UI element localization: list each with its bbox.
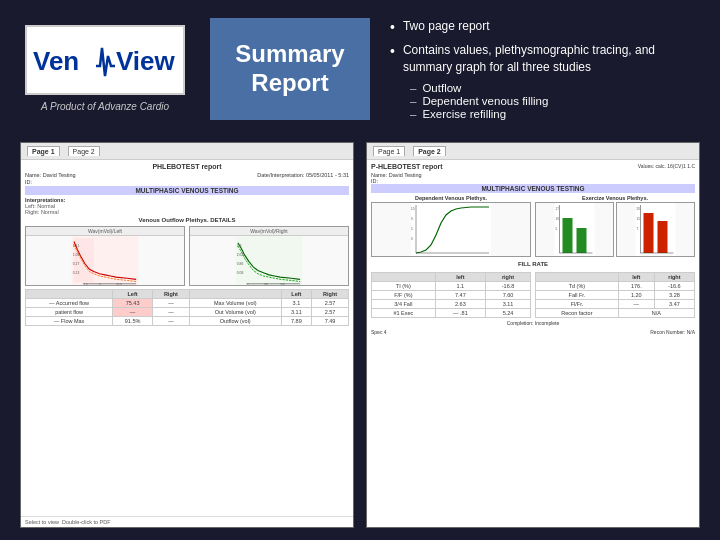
svg-rect-42: [644, 213, 654, 253]
page2-fill-right: leftright Td (%) 176.-16.6 Fall Fr.1.203…: [535, 269, 695, 318]
bullet-text-1: Two page report: [403, 18, 490, 35]
svg-text:5.: 5.: [411, 227, 414, 231]
svg-rect-31: [555, 203, 595, 257]
page1-date: Date/Interpretation: 05/05/2011 - 5:31: [257, 172, 349, 178]
svg-text:15.: 15.: [637, 217, 641, 221]
svg-rect-41: [636, 203, 676, 257]
page1-left-chart-label: Wav(mVol)/Left: [26, 227, 184, 236]
page1-left-chart: Wav(mVol)/Left 1.11 1.00 0.27 0.13: [25, 226, 185, 286]
page2-fill-label: FILL RATE: [371, 261, 695, 267]
page1-data-table: Left Right Left Right — Accurred flow 75…: [25, 289, 349, 326]
svg-text:10.: 10.: [556, 217, 560, 221]
page2-tab1[interactable]: Page 1: [373, 146, 405, 156]
page1-preview: Page 1 Page 2 PHLEBOTEST report Name: Da…: [20, 142, 354, 528]
page1-footer: Select to view Double-click to PDF: [21, 516, 353, 527]
page2-chart1-label: Dependent Venous Plethys.: [371, 195, 531, 201]
svg-text:0.08: 0.08: [237, 271, 244, 275]
svg-text:1.00: 1.00: [73, 253, 80, 257]
svg-text:1.11: 1.11: [73, 244, 80, 248]
page1-tab2[interactable]: Page 2: [68, 146, 100, 156]
page1-chart-row: Wav(mVol)/Left 1.11 1.00 0.27 0.13: [25, 226, 349, 286]
sub-bullet-text-2: Dependent venous filling: [422, 95, 548, 107]
svg-rect-32: [563, 218, 573, 253]
page1-section: MULTIPHASIC VENOUS TESTING: [25, 186, 349, 195]
page1-title: PHLEBOTEST report: [25, 163, 349, 170]
svg-text:100: 100: [263, 283, 268, 286]
svg-text:-2.0: -2.0: [83, 283, 88, 286]
page2-completion: Completion: Incomplete: [371, 320, 695, 326]
bullet-dot-1: •: [390, 18, 395, 36]
page2-tab2[interactable]: Page 2: [413, 146, 446, 156]
summary-report-title: Summary Report: [235, 40, 344, 98]
svg-text:0 1 2 3: 0 1 2 3: [421, 255, 429, 257]
svg-text:9.: 9.: [411, 217, 414, 221]
svg-text:View: View: [116, 46, 176, 76]
svg-rect-33: [577, 228, 587, 253]
svg-text:0.: 0.: [411, 237, 414, 241]
page2-title: P-HLEBOTEST report: [371, 163, 443, 170]
page1-interpretation: Interpretations: Left: Normal Right: Nor…: [25, 197, 349, 215]
page2-content: P-HLEBOTEST report Name: David Testing I…: [367, 160, 699, 527]
bullet-dot-2: •: [390, 42, 395, 60]
page2-fill-table-left: leftright TI (%) 1.1-16.8 F/F (%)7.477.6…: [371, 272, 531, 318]
top-section: Ven View A Product of Advanze Cardio Sum…: [0, 0, 720, 134]
page2-values: Values: calc. 16(CV)1 1.C: [638, 163, 695, 169]
svg-text:0.13: 0.13: [73, 271, 80, 275]
page2-tabs: Page 1 Page 2: [367, 143, 699, 160]
svg-text:200: 200: [280, 283, 285, 286]
page2-chart2a: 17. 10. 5. Left Rght: [535, 202, 614, 257]
page1-chart-label: Venous Outflow Plethys. DETAILS: [25, 217, 349, 223]
sub-bullet-outflow: – Outflow: [410, 82, 700, 94]
bullet-text-2: Contains values, plethysmographic tracin…: [403, 42, 700, 76]
logo-area: Ven View A Product of Advanze Cardio: [20, 18, 190, 120]
page2-chart2b: 20. 15. 7. Left Rght: [616, 202, 695, 257]
bullet-1: • Two page report: [390, 18, 700, 36]
svg-text:Rght: Rght: [577, 255, 583, 257]
page2-chart2a-svg: 17. 10. 5. Left Rght: [536, 203, 613, 257]
page1-right-chart-svg: 2.9 2.63 0.86 0.08 0 100 200: [190, 236, 348, 286]
page1-content: PHLEBOTEST report Name: David Testing Da…: [21, 160, 353, 516]
svg-text:1 1 1: 1 1 1: [446, 255, 452, 257]
page2-section: MULTIPHASIC VENOUS TESTING: [371, 184, 695, 193]
bullet-2: • Contains values, plethysmographic trac…: [390, 42, 700, 76]
sub-bullet-dependent: – Dependent venous filling: [410, 95, 700, 107]
svg-text:20.0: 20.0: [116, 283, 122, 286]
svg-text:2.9: 2.9: [237, 244, 242, 248]
page1-right-chart-label: Wav(mVol)/Right: [190, 227, 348, 236]
bullets-area: • Two page report • Contains values, ple…: [390, 18, 700, 120]
page2-id: ID:: [371, 178, 443, 184]
svg-text:Ven: Ven: [33, 46, 79, 76]
svg-text:5.: 5.: [556, 227, 559, 231]
logo-svg: Ven View: [28, 28, 183, 93]
page2-fill-table-right: leftright Td (%) 176.-16.6 Fall Fr.1.203…: [535, 272, 695, 318]
page2-chart2b-svg: 20. 15. 7. Left Rght: [617, 203, 694, 257]
sub-bullet-text-1: Outflow: [422, 82, 461, 94]
bottom-section: Page 1 Page 2 PHLEBOTEST report Name: Da…: [0, 134, 720, 540]
svg-text:10.: 10.: [411, 207, 415, 211]
product-label: A Product of Advanze Cardio: [41, 101, 169, 112]
page1-left-chart-svg: 1.11 1.00 0.27 0.13 -2.0 0 20.0: [26, 236, 184, 286]
page1-tab1[interactable]: Page 1: [27, 146, 60, 156]
svg-text:20.: 20.: [637, 207, 641, 211]
page1-id: ID:: [25, 179, 349, 185]
page2-preview: Page 1 Page 2 P-HLEBOTEST report Name: D…: [366, 142, 700, 528]
page2-page-right: Recon Number: N/A: [650, 329, 695, 335]
page2-chart2-pair: 17. 10. 5. Left Rght: [535, 202, 695, 257]
svg-text:17.: 17.: [556, 207, 560, 211]
svg-text:Rght: Rght: [658, 255, 664, 257]
svg-text:2.63: 2.63: [237, 253, 244, 257]
svg-text:0.27: 0.27: [73, 262, 80, 266]
page2-chart1: 10. 9. 5. 0. 0 1 2 3 1 1 1 2 3 4: [371, 202, 531, 257]
svg-text:2 3 4: 2 3 4: [466, 255, 472, 257]
svg-text:7.: 7.: [637, 227, 640, 231]
svg-text:0.86: 0.86: [237, 262, 244, 266]
page2-right-col: Exercize Venous Plethys. 17.: [535, 195, 695, 257]
svg-rect-43: [658, 221, 668, 253]
logo-box: Ven View: [25, 25, 185, 95]
page2-fill-section: FILL RATE leftright TI (%) 1.1-16.8 F/F …: [371, 261, 695, 326]
page2-page-labels: Spec 4 Recon Number: N/A: [371, 329, 695, 335]
page2-fill-left: leftright TI (%) 1.1-16.8 F/F (%)7.477.6…: [371, 269, 531, 318]
page1-name: Name: David Testing: [25, 172, 76, 178]
page2-left-col: Dependent Venous Plethys. 10. 9. 5. 0.: [371, 195, 531, 257]
svg-text:Left: Left: [562, 255, 566, 257]
